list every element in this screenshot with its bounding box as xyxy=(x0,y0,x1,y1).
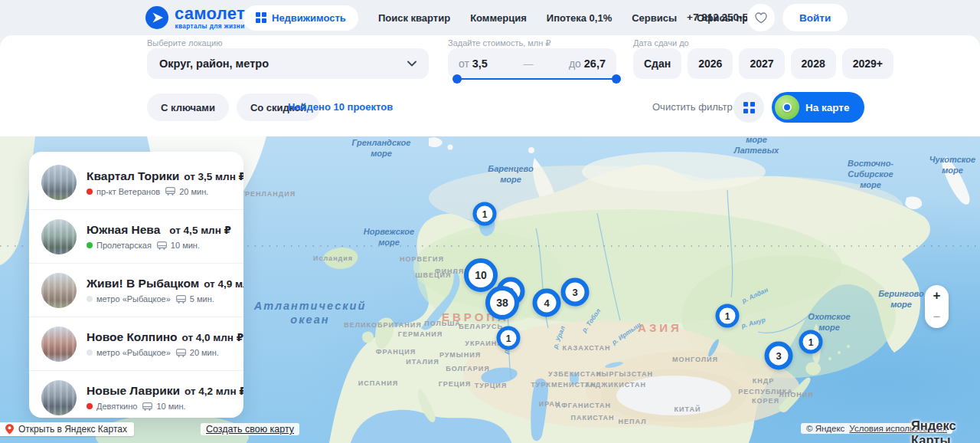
zoom-in-button[interactable]: + xyxy=(925,285,949,307)
project-title: Квартал Торики xyxy=(87,169,179,183)
nav-item-Недвижимость[interactable]: Недвижимость xyxy=(243,5,358,31)
project-price: от 4,5 млн ₽ xyxy=(169,224,231,236)
map-cluster-marker[interactable]: 1 xyxy=(799,330,823,354)
metro-line-dot xyxy=(87,189,93,195)
clear-filter-button[interactable]: Очистить фильтр ✕ xyxy=(652,101,746,113)
price-slider[interactable] xyxy=(457,78,616,80)
top-header: самолет кварталы для жизни НедвижимостьП… xyxy=(0,0,980,35)
date-option-2029+[interactable]: 2029+ xyxy=(842,48,893,79)
yandex-maps-brand: Яндекс Карты xyxy=(911,418,980,443)
list-view-button[interactable] xyxy=(733,92,764,123)
map-zoom-control: + − xyxy=(925,285,949,328)
map-cluster-marker[interactable]: 1 xyxy=(497,327,521,350)
bus-icon xyxy=(176,295,186,304)
map-cluster-marker[interactable]: 3 xyxy=(765,342,793,370)
found-projects-link[interactable]: Найдено 10 проектов xyxy=(288,101,393,113)
price-label: Задайте стоимость, млн ₽ xyxy=(448,38,550,48)
listing-item[interactable]: Южная Нева от 4,5 млн ₽ Пролетарская 10 … xyxy=(29,209,243,263)
bus-icon xyxy=(176,349,186,357)
nav-item-label: Сервисы xyxy=(632,12,677,24)
project-title: Новое Колпино xyxy=(87,330,178,344)
project-title: Живи! В Рыбацком xyxy=(87,277,199,290)
travel-time: 10 мин. xyxy=(156,402,185,411)
open-in-yandex-maps-label: Открыть в Яндекс Картах xyxy=(18,424,127,435)
project-photo-thumbnail xyxy=(41,273,77,308)
bus-icon xyxy=(142,402,152,411)
listing-item[interactable]: Новые Лаврики от 4,2 млн ₽ Девяткино 10 … xyxy=(29,370,243,418)
nav-item-label: Коммерция xyxy=(470,12,527,24)
project-title: Новые Лаврики xyxy=(87,384,180,398)
metro-line-dot xyxy=(87,296,93,302)
map-cluster-marker[interactable]: 1 xyxy=(473,202,497,226)
location-value: Округ, район, метро xyxy=(159,57,269,70)
bus-icon xyxy=(165,187,175,195)
clear-filter-label: Очистить фильтр xyxy=(652,101,733,113)
logo-tagline: кварталы для жизни xyxy=(175,23,245,30)
map-view-label: На карте xyxy=(805,102,849,113)
metro-station: Девяткино xyxy=(96,402,137,411)
login-label: Войти xyxy=(799,12,831,24)
grid-icon xyxy=(256,12,266,23)
chevron-down-icon xyxy=(407,61,416,67)
date-option-Сдан[interactable]: Сдан xyxy=(633,48,681,79)
nav-item-Ипотека 0,1%[interactable]: Ипотека 0,1% xyxy=(547,12,612,24)
price-range-box[interactable]: от 3,5 — до 26,7 xyxy=(448,48,616,79)
location-label: Выберите локацию xyxy=(147,38,222,48)
projects-list-panel: Квартал Торики от 3,5 млн ₽ пр-кт Ветера… xyxy=(29,152,243,418)
nav-item-Сервисы[interactable]: Сервисы xyxy=(632,12,677,24)
map-cluster-marker[interactable]: 4 xyxy=(533,289,561,317)
listing-item[interactable]: Квартал Торики от 3,5 млн ₽ пр-кт Ветера… xyxy=(29,156,243,209)
date-option-2028[interactable]: 2028 xyxy=(791,48,836,79)
price-slider-handle-min[interactable] xyxy=(452,74,462,84)
map-cluster-marker[interactable]: 1 xyxy=(716,304,740,328)
project-title: Южная Нева xyxy=(87,223,160,237)
price-to: до 26,7 xyxy=(569,57,606,70)
price-slider-handle-max[interactable] xyxy=(612,74,621,84)
zoom-out-button[interactable]: − xyxy=(925,307,949,328)
map-pin-icon xyxy=(5,424,14,435)
price-from: от 3,5 xyxy=(459,57,488,70)
travel-time: 20 мин. xyxy=(179,187,208,196)
map-cluster-marker[interactable]: 10 xyxy=(464,258,498,292)
project-price: от 4,2 млн ₽ xyxy=(185,385,243,397)
yandex-copyright: © Яндекс xyxy=(806,424,844,433)
filter-chip[interactable]: С ключами xyxy=(147,94,229,121)
listing-item[interactable]: Живи! В Рыбацком от 4,9 млн ₽ метро «Рыб… xyxy=(29,263,243,317)
samolet-logo-icon xyxy=(145,6,168,29)
bus-icon xyxy=(157,241,167,250)
login-button[interactable]: Войти xyxy=(782,4,848,31)
project-photo-thumbnail xyxy=(41,380,77,415)
price-from-value: 3,5 xyxy=(472,57,488,70)
open-in-yandex-maps-link[interactable]: Открыть в Яндекс Картах xyxy=(0,422,134,436)
metro-line-dot xyxy=(87,403,93,409)
project-price: от 4,0 млн ₽ xyxy=(182,331,244,343)
nav-item-Поиск квартир[interactable]: Поиск квартир xyxy=(378,12,450,24)
metro-line-dot xyxy=(87,242,93,248)
date-options: Сдан2026202720282029+ xyxy=(633,48,893,79)
samolet-logo[interactable]: самолет кварталы для жизни xyxy=(145,5,245,30)
logo-name: самолет xyxy=(175,5,245,23)
map-cluster-marker[interactable]: 3 xyxy=(561,278,590,307)
metro-station: метро «Рыбацкое» xyxy=(96,294,171,304)
price-to-value: 26,7 xyxy=(584,57,606,70)
metro-station: Пролетарская xyxy=(96,241,152,250)
nav-item-label: Ипотека 0,1% xyxy=(547,12,612,24)
project-photo-thumbnail xyxy=(41,219,77,254)
nav-item-Коммерция[interactable]: Коммерция xyxy=(470,12,527,24)
map-cluster-marker[interactable]: 38 xyxy=(485,286,519,320)
favorites-button[interactable] xyxy=(747,4,775,31)
map-view-button[interactable]: На карте xyxy=(772,92,864,123)
travel-time: 10 мин. xyxy=(171,241,200,250)
travel-time: 20 мин. xyxy=(190,348,219,357)
create-own-map-link[interactable]: Создать свою карту xyxy=(201,423,299,435)
listing-item[interactable]: Новое Колпино от 4,0 млн ₽ метро «Рыбацк… xyxy=(29,317,243,370)
price-dash: — xyxy=(523,58,533,70)
project-price: от 3,5 млн ₽ xyxy=(184,170,243,182)
date-option-2026[interactable]: 2026 xyxy=(688,48,733,79)
metro-line-dot xyxy=(87,349,93,356)
nav-item-label: Недвижимость xyxy=(272,12,346,24)
metro-station: пр-кт Ветеранов xyxy=(96,187,160,196)
location-select[interactable]: Округ, район, метро xyxy=(147,48,429,79)
date-option-2027[interactable]: 2027 xyxy=(739,48,784,79)
map-thumbnail-icon xyxy=(775,95,799,120)
